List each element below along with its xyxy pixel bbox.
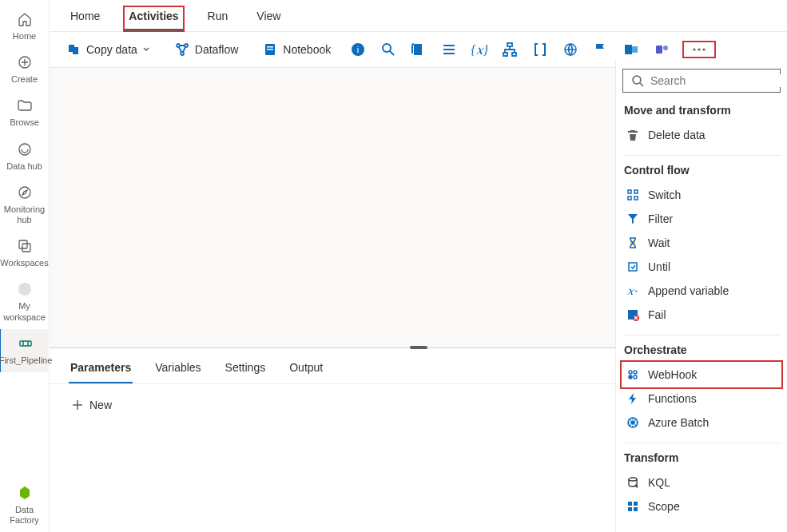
notebook-button[interactable]: Notebook: [257, 38, 336, 61]
svg-rect-48: [628, 507, 632, 511]
folder-icon: [15, 96, 34, 115]
svg-rect-6: [20, 341, 31, 346]
svg-rect-17: [443, 45, 455, 46]
list-icon[interactable]: [441, 42, 457, 58]
rail-home[interactable]: Home: [2, 5, 47, 48]
svg-rect-4: [22, 244, 30, 252]
activity-until[interactable]: Until: [622, 255, 781, 279]
activity-kql[interactable]: KQL: [622, 470, 781, 494]
activity-webhook[interactable]: WebHook: [622, 363, 781, 387]
notebook-icon: [262, 42, 278, 58]
tab-view[interactable]: View: [252, 6, 285, 31]
copy-data-button[interactable]: Copy data: [61, 38, 155, 61]
tab-home[interactable]: Home: [66, 6, 105, 31]
teams-icon[interactable]: [654, 42, 670, 58]
scope-icon: [626, 499, 640, 514]
activity-fail[interactable]: Fail: [622, 303, 781, 327]
svg-rect-19: [443, 53, 455, 54]
svg-point-41: [629, 375, 632, 379]
svg-rect-20: [507, 43, 512, 46]
rail-label: My workspace: [2, 301, 47, 322]
rail-create[interactable]: Create: [2, 48, 47, 91]
activity-azure-batch[interactable]: Azure Batch: [622, 411, 781, 435]
rail-label: Home: [13, 31, 36, 42]
plus-circle-icon: [15, 53, 34, 72]
rail-pipeline[interactable]: First_Pipeline: [0, 329, 48, 372]
rail-myworkspace[interactable]: My workspace: [2, 275, 47, 328]
btab-settings[interactable]: Settings: [224, 358, 268, 383]
dataflow-button[interactable]: Dataflow: [169, 38, 243, 61]
activities-flyout: Move and transform Delete data Control f…: [615, 59, 787, 532]
main-area: Home Activities Run View Copy data Dataf…: [50, 0, 787, 532]
btab-output[interactable]: Output: [288, 358, 324, 383]
activity-label: Azure Batch: [648, 416, 709, 429]
btab-variables[interactable]: Variables: [153, 358, 202, 383]
svg-point-29: [698, 48, 701, 50]
hierarchy-icon[interactable]: [502, 42, 518, 58]
activity-filter[interactable]: Filter: [622, 207, 781, 231]
rail-data-factory[interactable]: Data Factory: [2, 478, 47, 532]
copy-data-icon: [66, 42, 81, 58]
variable-icon[interactable]: {𝑥}: [471, 42, 487, 58]
activity-label: Until: [648, 260, 670, 273]
section-control-flow: Control flow: [624, 164, 781, 177]
activity-delete-data[interactable]: Delete data: [622, 123, 781, 147]
svg-point-45: [629, 478, 637, 481]
script-icon[interactable]: [411, 42, 427, 58]
activity-search[interactable]: [622, 69, 781, 93]
svg-rect-49: [634, 507, 638, 511]
rail-label: Data hub: [6, 161, 42, 172]
rail-workspaces[interactable]: Workspaces: [2, 232, 47, 275]
ribbon-tabs: Home Activities Run View: [50, 0, 787, 32]
activity-label: Append variable: [648, 284, 729, 297]
data-factory-icon: [15, 483, 34, 502]
splitter-handle[interactable]: [410, 346, 427, 349]
more-activities-button[interactable]: [684, 42, 714, 57]
tab-run[interactable]: Run: [203, 6, 233, 31]
svg-text:i: i: [357, 45, 359, 54]
svg-rect-35: [634, 197, 638, 200]
dataflow-icon: [174, 42, 190, 58]
svg-rect-32: [628, 190, 631, 193]
rail-monitoring[interactable]: Monitoring hub: [2, 178, 47, 232]
rail-browse[interactable]: Browse: [2, 91, 47, 134]
compass-icon: [15, 183, 34, 202]
svg-rect-36: [629, 263, 637, 271]
activity-scope[interactable]: Scope: [622, 494, 781, 518]
fail-icon: [626, 308, 640, 322]
flag-icon[interactable]: [593, 42, 609, 58]
hourglass-icon: [626, 236, 640, 250]
activity-functions[interactable]: Functions: [622, 387, 781, 411]
switch-icon: [626, 188, 640, 202]
search-icon[interactable]: [380, 42, 396, 58]
search-icon: [631, 74, 644, 87]
toolbar-label: Notebook: [283, 43, 331, 56]
info-icon[interactable]: i: [350, 42, 366, 58]
bracket-icon[interactable]: [532, 42, 548, 58]
svg-point-42: [634, 375, 637, 379]
activity-label: Filter: [648, 212, 673, 225]
svg-point-30: [703, 48, 706, 50]
svg-rect-22: [512, 53, 516, 56]
btab-parameters[interactable]: Parameters: [69, 358, 133, 383]
outlook-icon[interactable]: [623, 42, 639, 58]
activity-append-variable[interactable]: 𝑥+ Append variable: [622, 279, 781, 303]
rail-label: Data Factory: [2, 505, 47, 526]
svg-point-40: [634, 371, 637, 374]
activity-search-input[interactable]: [650, 74, 787, 87]
rail-label: Workspaces: [0, 258, 48, 268]
plus-icon: [72, 399, 83, 411]
activity-wait[interactable]: Wait: [622, 231, 781, 255]
rail-datahub[interactable]: Data hub: [2, 135, 47, 178]
activity-switch[interactable]: Switch: [622, 183, 781, 207]
tab-activities[interactable]: Activities: [124, 6, 183, 31]
svg-point-44: [631, 421, 634, 424]
rail-label: Browse: [10, 117, 39, 128]
rail-label: Monitoring hub: [2, 204, 47, 225]
svg-point-9: [181, 52, 184, 55]
left-rail: Home Create Browse Data hub Monitoring h…: [0, 0, 50, 532]
svg-point-27: [663, 46, 668, 50]
chevron-down-icon: [142, 46, 150, 54]
globe-icon[interactable]: [562, 42, 578, 58]
trash-icon: [626, 128, 640, 142]
